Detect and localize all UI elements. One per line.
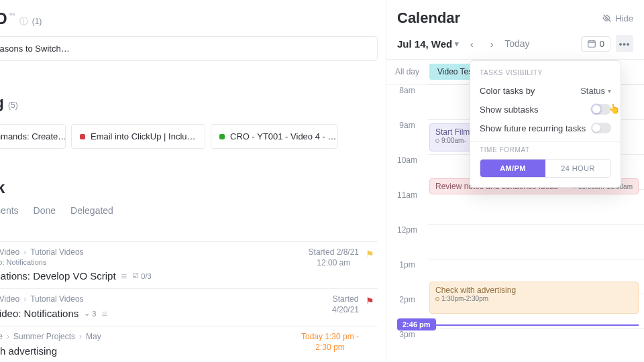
status-dot-red [80,134,85,139]
task-date: Today 1:30 pm -2:30 pm [301,332,359,353]
tab-delegated[interactable]: Delegated [70,205,113,216]
results-count: 3) [0,225,378,235]
time-format-segment: AM/PM 24 HOUR [480,159,611,178]
hour-cell[interactable] [428,224,644,259]
card-reasons-switch[interactable]: Reasons to Switch… [0,36,378,61]
event-time: 1:30pm-2:30pm [435,295,633,302]
flag-icon[interactable] [366,296,375,305]
hour-label: 1pm [386,259,428,294]
group-title-3: ork [0,178,5,197]
task-title: ial Video: Notifications ⌄3 ≡ [0,308,378,319]
show-subtasks-label: Show subtasks [480,105,538,115]
description-icon: ≡ [101,308,107,319]
now-line [428,324,639,326]
group-title-2: ing [0,93,4,112]
breadcrumb: ve› Video› Tutorial Videos [0,294,378,304]
prev-day-button[interactable]: ‹ [464,36,479,51]
calendar-toolbar: Jul 14, Wed ▾ ‹ › Today 0 ••• [386,32,644,59]
count-value: 0 [600,39,604,49]
hide-label: Hide [615,13,633,23]
group-header-1: O™ ⓘ (1) [0,9,378,28]
group-header-2: ing (5) [0,93,378,112]
card-label: Email into ClickUp | Inclu… [91,131,196,141]
now-badge: 2:46 pm [397,318,436,330]
calendar-icon [587,39,596,48]
date-label-text: Jul 14, Wed [397,38,452,50]
segment-24hour[interactable]: 24 HOUR [545,160,610,177]
hour-cell[interactable] [428,328,644,362]
divider [470,141,621,142]
unscheduled-count[interactable]: 0 [581,36,610,52]
chevron-down-icon: ▾ [455,40,459,48]
cursor-icon: 👆 [608,103,620,114]
card-cro-video[interactable]: CRO - YT001 - Video 4 - … [211,124,338,149]
checklist-pill: ☑0/3 [132,272,151,280]
info-icon: ⓘ [19,15,28,27]
show-recurring-label: Show future recurring tasks [480,123,586,133]
left-panel: O™ ⓘ (1) Reasons to Switch… ing (5) omma… [0,0,386,362]
task-date: Started4/20/21 [332,294,359,315]
card-commands[interactable]: ommands: Create… [0,124,66,149]
eye-off-icon [602,13,612,23]
tasks-visibility-popover: TASKS VISIBILITY Color tasks by Status ▾… [470,60,621,188]
ork-tabs: omments Done Delegated [0,205,378,216]
event-title: Check with advertising [435,286,633,295]
task-row[interactable]: ve› Video› Tutorial Videos ial Video: No… [0,288,378,326]
svg-rect-0 [588,41,596,47]
task-date: Started 2/8/2112:00 am [309,247,359,268]
color-tasks-by-label: Color tasks by [480,86,535,96]
status-dot-green [219,134,225,139]
card-email-clickup[interactable]: Email into ClickUp | Inclu… [71,124,205,149]
group-count-2: (5) [8,101,18,110]
hour-label: 8am [386,84,428,119]
hide-button[interactable]: Hide [602,13,633,23]
next-day-button[interactable]: › [484,36,499,51]
flag-icon[interactable] [366,249,375,258]
trademark: ™ [9,12,15,19]
tab-comments[interactable]: omments [0,205,19,216]
hour-label: 11am [386,189,428,224]
task-row[interactable]: Space› Summer Projects› May k with adver… [0,326,378,362]
description-icon: ≡ [121,270,127,282]
task-title: otifications: Develop VO Script ≡ ☑0/3 [0,270,378,282]
task-row[interactable]: ve› Video› Tutorial Videos l Video: Noti… [0,241,378,288]
group-title-suffix: O [0,9,7,27]
segment-ampm[interactable]: AM/PM [480,160,545,177]
calendar-title: Calendar [397,9,460,27]
chevron-down-icon: ▾ [608,87,611,95]
allday-label: All day [386,60,428,83]
popover-section-label: TASKS VISIBILITY [480,69,611,76]
hour-label: 9am [386,119,428,154]
hour-label: 3pm [386,328,428,362]
group-count-1: (1) [32,17,42,26]
date-picker[interactable]: Jul 14, Wed ▾ [397,38,459,50]
hour-label: 12pm [386,224,428,259]
hour-label: 10am [386,154,428,189]
dropdown-value: Status [580,86,605,96]
group-header-3: ork [0,178,378,197]
color-tasks-by-dropdown[interactable]: Status ▾ [580,86,611,96]
popover-section-label: TIME FORMAT [480,146,611,154]
card-label: CRO - YT001 - Video 4 - … [230,131,336,141]
event-advertising[interactable]: Check with advertising 1:30pm-2:30pm [429,282,639,314]
more-button[interactable]: ••• [616,35,633,52]
today-button[interactable]: Today [504,38,529,49]
card-label: ommands: Create… [0,131,66,141]
subtask-pill: ⌄3 [84,309,96,318]
tab-done[interactable]: Done [34,205,56,216]
show-recurring-toggle[interactable] [591,123,611,133]
